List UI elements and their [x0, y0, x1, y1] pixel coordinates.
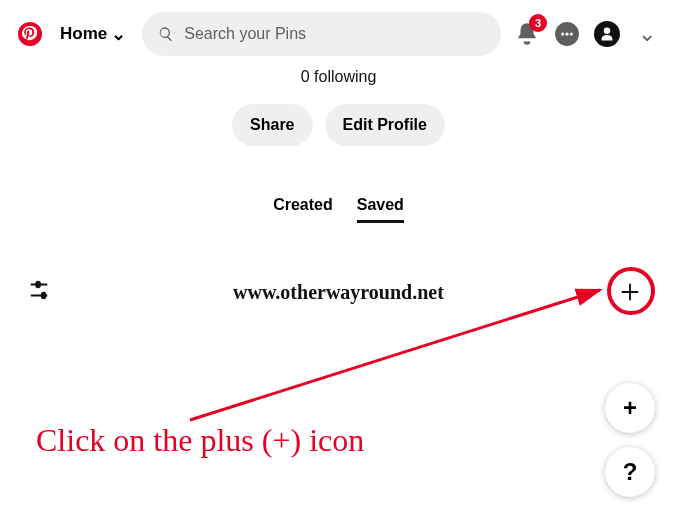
home-label: Home: [60, 24, 107, 44]
tab-saved[interactable]: Saved: [357, 196, 404, 223]
following-count: 0 following: [0, 68, 677, 86]
share-button[interactable]: Share: [232, 104, 312, 146]
notification-badge: 3: [529, 14, 547, 32]
profile-actions: Share Edit Profile: [0, 104, 677, 146]
watermark-text: www.otherwayround.net: [233, 281, 444, 304]
avatar-icon: [594, 21, 620, 47]
profile-button[interactable]: [593, 20, 621, 48]
profile-tabs: Created Saved: [0, 196, 677, 223]
notifications-button[interactable]: 3: [513, 20, 541, 48]
fab-create-button[interactable]: +: [605, 383, 655, 433]
edit-profile-button[interactable]: Edit Profile: [325, 104, 445, 146]
svg-point-2: [561, 32, 564, 35]
chevron-down-icon: ⌄: [638, 21, 656, 47]
account-menu-button[interactable]: ⌄: [633, 20, 661, 48]
floating-actions: + ?: [605, 383, 655, 497]
sliders-icon: [28, 279, 50, 301]
pinterest-logo-icon[interactable]: [16, 20, 44, 48]
search-bar[interactable]: [142, 12, 501, 56]
messages-button[interactable]: [553, 20, 581, 48]
top-header: Home ⌄ 3 ⌄: [0, 0, 677, 68]
tab-created[interactable]: Created: [273, 196, 333, 223]
svg-point-3: [565, 32, 568, 35]
fab-help-button[interactable]: ?: [605, 447, 655, 497]
chevron-down-icon: ⌄: [111, 23, 126, 45]
create-board-button[interactable]: [611, 273, 649, 311]
filter-button[interactable]: [28, 279, 50, 305]
search-icon: [158, 26, 174, 42]
home-button[interactable]: Home ⌄: [56, 23, 130, 45]
chat-icon: [554, 21, 580, 47]
search-input[interactable]: [184, 25, 485, 43]
plus-icon: [619, 281, 641, 303]
annotation-text: Click on the plus (+) icon: [36, 422, 364, 459]
svg-point-4: [570, 32, 573, 35]
saved-toolbar: www.otherwayround.net: [0, 273, 677, 311]
